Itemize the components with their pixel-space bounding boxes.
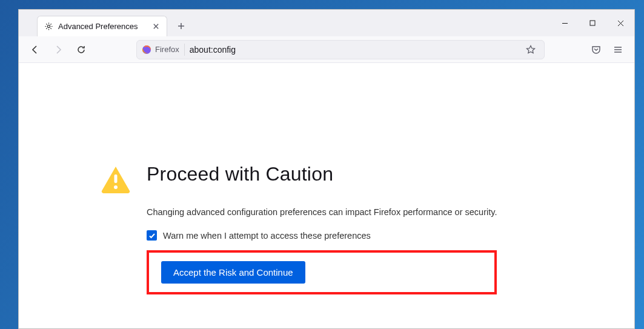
back-button[interactable] [25, 40, 45, 59]
tab-title: Advanced Preferences [58, 22, 146, 31]
window-maximize-button[interactable] [579, 13, 606, 33]
window-controls [551, 10, 634, 36]
firefox-window: Advanced Preferences [18, 9, 635, 329]
window-close-button[interactable] [606, 13, 634, 33]
url-bar[interactable]: Firefox about:config [136, 40, 545, 59]
caution-panel: Proceed with Caution Changing advanced c… [101, 163, 561, 294]
page-content: Proceed with Caution Changing advanced c… [19, 63, 634, 328]
app-menu-button[interactable] [608, 40, 628, 59]
svg-rect-3 [115, 174, 118, 183]
warning-icon [101, 165, 131, 196]
svg-rect-1 [590, 21, 595, 25]
url-text: about:config [190, 45, 517, 55]
identity-box[interactable]: Firefox [142, 44, 185, 56]
warn-checkbox-label: Warn me when I attempt to access these p… [163, 231, 371, 241]
warn-checkbox[interactable] [147, 230, 157, 241]
tab-bar: Advanced Preferences [19, 10, 634, 36]
annotation-highlight: Accept the Risk and Continue [147, 250, 497, 294]
svg-point-0 [47, 25, 50, 27]
gear-icon [44, 22, 53, 32]
page-title: Proceed with Caution [147, 163, 497, 185]
new-tab-button[interactable] [172, 17, 190, 35]
nav-toolbar: Firefox about:config [19, 36, 634, 63]
page-description: Changing advanced configuration preferen… [147, 207, 497, 217]
firefox-icon [142, 45, 151, 55]
identity-label: Firefox [155, 45, 179, 54]
tab-advanced-preferences[interactable]: Advanced Preferences [37, 16, 167, 36]
tab-close-icon[interactable] [151, 22, 161, 32]
forward-button[interactable] [48, 40, 68, 59]
accept-risk-button[interactable]: Accept the Risk and Continue [161, 261, 305, 284]
save-to-pocket-button[interactable] [586, 40, 606, 59]
reload-button[interactable] [71, 40, 91, 59]
window-minimize-button[interactable] [551, 13, 579, 33]
svg-point-4 [114, 185, 118, 189]
bookmark-star-icon[interactable] [522, 41, 539, 58]
